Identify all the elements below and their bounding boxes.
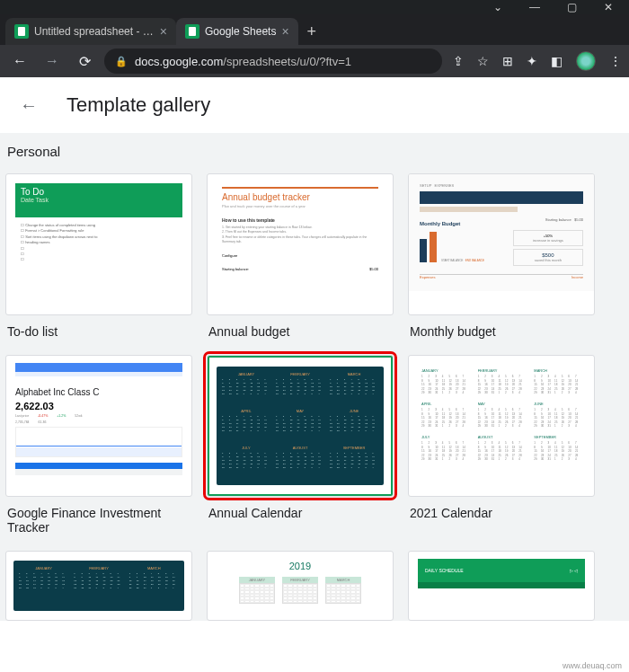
template-card[interactable]: 2019 JANUARYFEBRUARYMARCH xyxy=(207,551,394,621)
template-thumbnail: Annual budget tracker Plan and track you… xyxy=(207,173,394,315)
template-label: Annual budget xyxy=(207,315,394,339)
lock-icon: 🔒 xyxy=(115,56,128,67)
forward-icon[interactable]: → xyxy=(40,53,65,69)
toolbar-actions: ⇪ ☆ ⊞ ✦ ◧ ⋮ xyxy=(453,51,622,71)
template-card[interactable]: JANUARY123456789101112131415161718192021… xyxy=(5,551,192,621)
page-content: ← Template gallery Personal To DoDate Ta… xyxy=(0,77,629,672)
template-thumbnail: SETUP EXPENSES Monthly BudgetStarting ba… xyxy=(408,173,595,315)
chevron-down-icon[interactable]: ⌄ xyxy=(493,1,502,13)
watermark: www.deuaq.com xyxy=(563,661,622,670)
close-tab-icon[interactable]: × xyxy=(160,24,167,39)
page-header: ← Template gallery xyxy=(0,77,629,133)
back-arrow-icon[interactable]: ← xyxy=(20,95,38,116)
bookmark-icon[interactable]: ☆ xyxy=(477,54,489,68)
browser-tab-0[interactable]: Untitled spreadsheet - Goog × xyxy=(5,18,176,45)
profile-avatar[interactable] xyxy=(576,51,596,71)
new-tab-button[interactable]: + xyxy=(298,19,326,45)
sheets-favicon xyxy=(14,24,29,39)
template-thumbnail: JANUARY123456789101112131415161718192021… xyxy=(5,551,192,621)
window-controls: ⌄ — ▢ ✕ xyxy=(493,1,613,13)
template-annual-calendar[interactable]: JANUARY123456789101112131415161718192021… xyxy=(207,355,394,535)
template-grid: To DoDate Task Change the status of comp… xyxy=(5,173,629,621)
template-label: Annual Calendar xyxy=(207,497,394,520)
template-label: 2021 Calendar xyxy=(408,497,595,520)
template-thumbnail: JANUARY123456789101112131415161718192021… xyxy=(207,355,394,497)
reload-icon[interactable]: ⟳ xyxy=(72,53,97,70)
url-text: docs.google.com/spreadsheets/u/0/?ftv=1 xyxy=(135,55,351,68)
tab-title: Google Sheets xyxy=(205,25,276,38)
extension-icon[interactable]: ⊞ xyxy=(502,54,513,68)
template-label: Google Finance Investment Tracker xyxy=(5,497,192,535)
template-todo-list[interactable]: To DoDate Task Change the status of comp… xyxy=(5,173,192,339)
address-bar[interactable]: 🔒 docs.google.com/spreadsheets/u/0/?ftv=… xyxy=(104,49,442,74)
section-title: Personal xyxy=(5,138,629,173)
template-2021-calendar[interactable]: JANUARY123456789101112131415161718192021… xyxy=(408,355,595,535)
back-icon[interactable]: ← xyxy=(7,53,32,69)
menu-icon[interactable]: ⋮ xyxy=(609,54,622,68)
tab-title: Untitled spreadsheet - Goog xyxy=(34,25,155,38)
minimize-icon[interactable]: — xyxy=(529,1,540,13)
template-thumbnail: DAILY SCHEDULE▷ ◁ xyxy=(408,551,595,621)
template-label: Monthly budget xyxy=(408,315,595,339)
sidepanel-icon[interactable]: ◧ xyxy=(551,54,563,68)
puzzle-icon[interactable]: ✦ xyxy=(527,54,537,68)
page-title: Template gallery xyxy=(66,93,210,117)
template-thumbnail: To DoDate Task Change the status of comp… xyxy=(5,173,192,315)
template-google-finance[interactable]: Alphabet Inc Class C 2,622.03 Last price… xyxy=(5,355,192,535)
template-thumbnail: 2019 JANUARYFEBRUARYMARCH xyxy=(207,551,394,621)
template-annual-budget[interactable]: Annual budget tracker Plan and track you… xyxy=(207,173,394,339)
window-titlebar: ⌄ — ▢ ✕ xyxy=(0,0,629,14)
template-monthly-budget[interactable]: SETUP EXPENSES Monthly BudgetStarting ba… xyxy=(408,173,595,339)
template-thumbnail: JANUARY123456789101112131415161718192021… xyxy=(408,355,595,497)
browser-toolbar: ← → ⟳ 🔒 docs.google.com/spreadsheets/u/0… xyxy=(0,45,629,77)
close-tab-icon[interactable]: × xyxy=(281,24,288,39)
template-card[interactable]: DAILY SCHEDULE▷ ◁ xyxy=(408,551,595,621)
template-label: To-do list xyxy=(5,315,192,339)
gallery-content: Personal To DoDate Task Change the statu… xyxy=(0,133,629,621)
tab-strip: Untitled spreadsheet - Goog × Google She… xyxy=(0,14,629,45)
browser-tab-1[interactable]: Google Sheets × xyxy=(176,18,298,45)
maximize-icon[interactable]: ▢ xyxy=(567,1,577,13)
template-thumbnail: Alphabet Inc Class C 2,622.03 Last price… xyxy=(5,355,192,497)
share-icon[interactable]: ⇪ xyxy=(453,54,464,68)
sheets-favicon xyxy=(185,24,199,39)
close-icon[interactable]: ✕ xyxy=(604,1,613,13)
